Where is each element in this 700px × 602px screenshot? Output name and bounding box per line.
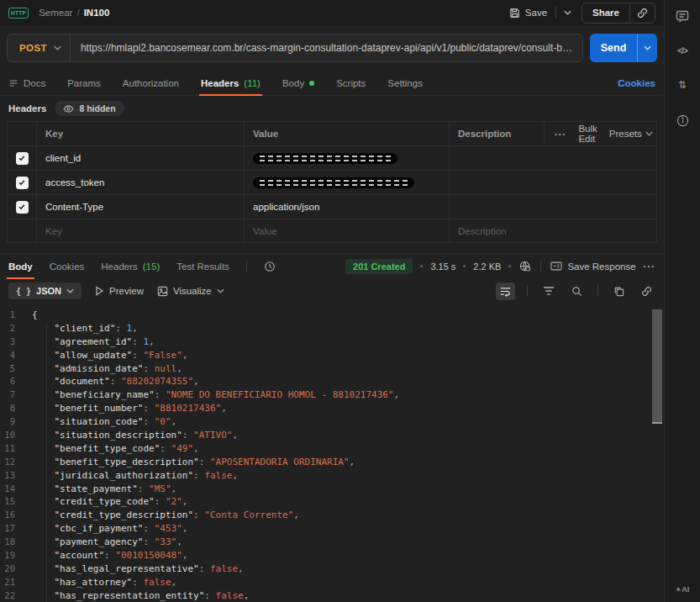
hidden-headers-toggle[interactable]: 8 hidden xyxy=(55,101,124,116)
table-row: client_id xyxy=(8,146,656,171)
code-lines: 1{2 "client_id": 1,3 "agreement_id": 1,4… xyxy=(0,309,664,602)
save-response-button[interactable]: Save Response xyxy=(550,261,635,272)
copy-icon[interactable] xyxy=(610,283,628,300)
url-input[interactable]: https://hmlapi2.bancosemear.com.br/cass-… xyxy=(71,42,582,54)
sparkle-icon: ✦ xyxy=(676,586,682,594)
request-swap-icon[interactable]: ⇅ xyxy=(678,79,687,91)
history-icon[interactable] xyxy=(264,261,276,272)
more-options-icon[interactable]: ••• xyxy=(555,130,566,138)
response-more-options-icon[interactable]: ••• xyxy=(644,262,655,270)
filter-icon[interactable] xyxy=(539,283,558,299)
method-selector[interactable]: POST xyxy=(8,43,70,53)
header-key-cell[interactable]: client_id xyxy=(37,146,245,170)
code-line: 11 "benefit_type_code": "49", xyxy=(0,442,664,456)
chevron-down-icon xyxy=(66,288,74,293)
send-options-button[interactable] xyxy=(637,34,657,62)
header-description-cell[interactable] xyxy=(450,171,656,194)
search-icon[interactable] xyxy=(568,283,586,300)
chevron-down-icon xyxy=(217,288,224,293)
copy-link-button[interactable] xyxy=(630,8,655,18)
response-size: 2.2 KB xyxy=(473,261,501,272)
redacted-value xyxy=(253,153,397,164)
scrollbar-thumb[interactable] xyxy=(652,309,662,424)
chevron-down-icon xyxy=(645,131,653,136)
response-time: 3.15 s xyxy=(430,261,455,272)
response-toolbar: { } JSON Preview Visualize xyxy=(0,278,664,304)
new-key-input[interactable]: Key xyxy=(37,219,245,242)
code-line: 20 "has_legal_representative": false, xyxy=(0,562,664,576)
header-value-cell[interactable]: application/json xyxy=(245,195,450,219)
tab-scripts[interactable]: Scripts xyxy=(336,71,366,96)
response-tab-headers[interactable]: Headers (15) xyxy=(101,254,160,279)
cookies-link[interactable]: Cookies xyxy=(618,78,655,88)
divider xyxy=(540,261,541,272)
share-button[interactable]: Share xyxy=(582,8,629,18)
save-response-icon xyxy=(550,261,562,271)
comments-icon[interactable] xyxy=(676,10,689,23)
breadcrumb-workspace[interactable]: Semear xyxy=(39,8,72,18)
response-headers-count: (15) xyxy=(143,261,160,272)
breadcrumb-request-name[interactable]: IN100 xyxy=(84,8,110,18)
topbar: HTTP Semear / IN100 Save Share xyxy=(0,0,664,25)
link-icon[interactable] xyxy=(638,283,655,300)
response-tab-body[interactable]: Body xyxy=(8,254,33,279)
code-line: 22 "has_representation_entity": false, xyxy=(0,589,664,602)
postbot-ai-icon[interactable]: ✦ AI xyxy=(676,585,690,594)
table-header-row: Key Value Description ••• Bulk Edit Pres… xyxy=(8,122,656,146)
info-icon[interactable] xyxy=(676,114,689,127)
request-row: POST https://hmlapi2.bancosemear.com.br/… xyxy=(0,25,664,71)
code-line: 18 "payment_agency": "33", xyxy=(0,536,664,549)
tab-body[interactable]: Body xyxy=(282,71,314,96)
network-info-icon[interactable] xyxy=(518,260,531,272)
divider xyxy=(597,285,598,297)
tab-docs[interactable]: Docs xyxy=(8,71,45,96)
row-checkbox[interactable] xyxy=(16,152,29,165)
table-row: access_token xyxy=(8,171,656,195)
response-view-icons xyxy=(496,283,655,300)
code-line: 4 "allow_update": "False", xyxy=(0,349,664,362)
format-dropdown[interactable]: { } JSON xyxy=(8,283,82,299)
save-button[interactable]: Save xyxy=(509,7,573,18)
code-line: 5 "admission_date": null, xyxy=(0,362,664,376)
save-options-button[interactable] xyxy=(555,7,573,18)
new-value-input[interactable]: Value xyxy=(245,219,450,242)
row-checkbox[interactable] xyxy=(16,177,29,189)
code-line: 8 "benefit_number": "8810217436", xyxy=(0,402,664,415)
header-description-cell[interactable] xyxy=(450,146,656,170)
table-row: Content-Type application/json xyxy=(8,195,656,219)
presets-dropdown[interactable]: Presets xyxy=(609,129,653,139)
visualize-button[interactable]: Visualize xyxy=(157,286,224,297)
bulk-edit-button[interactable]: Bulk Edit xyxy=(578,124,597,144)
code-line: 9 "situation_code": "0", xyxy=(0,415,664,429)
tab-settings[interactable]: Settings xyxy=(387,71,423,96)
tab-authorization[interactable]: Authorization xyxy=(123,71,179,96)
tab-params[interactable]: Params xyxy=(67,71,101,96)
wrap-text-icon[interactable] xyxy=(496,283,515,300)
save-label: Save xyxy=(525,8,547,18)
response-tab-test-results[interactable]: Test Results xyxy=(176,254,229,279)
code-line: 1{ xyxy=(0,309,664,322)
column-value: Value xyxy=(245,122,450,145)
code-snippet-icon[interactable]: </> xyxy=(677,46,687,55)
column-description: Description xyxy=(450,122,544,145)
column-key: Key xyxy=(37,122,245,145)
chevron-down-icon xyxy=(54,45,61,50)
header-key-cell[interactable]: Content-Type xyxy=(37,195,245,219)
tab-headers[interactable]: Headers (11) xyxy=(201,71,261,96)
response-tab-cookies[interactable]: Cookies xyxy=(50,254,85,279)
header-value-cell[interactable] xyxy=(245,146,450,170)
status-badge: 201 Created xyxy=(345,259,413,274)
header-description-cell[interactable] xyxy=(450,195,656,219)
row-checkbox[interactable] xyxy=(16,201,29,214)
code-line: 17 "cbc_if_payment": "453", xyxy=(0,522,664,536)
header-value-cell[interactable] xyxy=(245,171,450,194)
preview-button[interactable]: Preview xyxy=(95,286,144,296)
code-line: 16 "credit_type_description": "Conta Cor… xyxy=(0,509,664,522)
new-description-input[interactable]: Description xyxy=(450,219,656,242)
topbar-actions: Save Share xyxy=(509,3,655,24)
response-body-json: 1{2 "client_id": 1,3 "agreement_id": 1,4… xyxy=(0,304,664,602)
header-key-cell[interactable]: access_token xyxy=(37,171,245,194)
main-panel: HTTP Semear / IN100 Save Share xyxy=(0,0,664,602)
headers-section-bar: Headers 8 hidden xyxy=(0,96,664,121)
send-button[interactable]: Send xyxy=(590,34,657,62)
